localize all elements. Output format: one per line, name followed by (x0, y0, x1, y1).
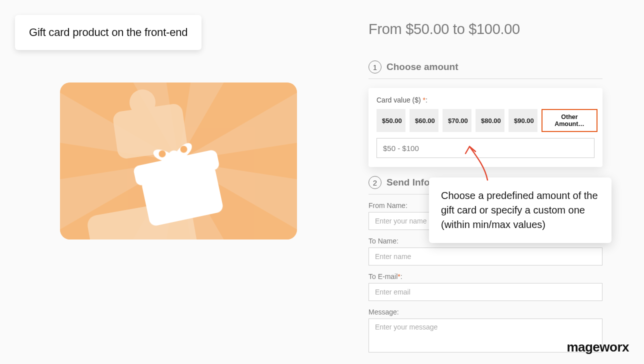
message-label: Message: (368, 308, 602, 316)
card-value-label: Card value ($) *: (376, 96, 594, 104)
divider (368, 78, 602, 79)
step-2-circle: 2 (368, 176, 382, 189)
amount-option-80[interactable]: $80.00 (476, 109, 504, 132)
giftcard-illustration (60, 82, 297, 240)
explain-callout: Choose a predefined amount of the gift c… (429, 178, 612, 243)
brand-logo: mageworx (566, 340, 629, 355)
amount-option-70[interactable]: $70.00 (442, 109, 472, 132)
to-email-label: To E-mail*: (368, 272, 602, 280)
amount-option-other[interactable]: Other Amount… (542, 109, 598, 132)
amount-option-60[interactable]: $60.00 (410, 109, 438, 132)
amount-option-90[interactable]: $90.00 (508, 109, 538, 132)
custom-amount-input[interactable] (376, 138, 594, 158)
giftcard-image (60, 82, 297, 240)
to-name-input[interactable] (368, 248, 602, 266)
card-value-panel: Card value ($) *: $50.00 $60.00 $70.00 $… (368, 88, 602, 167)
step-1-circle: 1 (368, 60, 382, 74)
explain-callout-text: Choose a predefined amount of the gift c… (441, 190, 598, 230)
to-email-input[interactable] (368, 283, 602, 301)
title-callout-text: Gift card product on the front-end (29, 26, 188, 38)
step-choose-amount-header: 1 Choose amount (368, 60, 602, 74)
svg-point-15 (130, 90, 156, 116)
price-range: From $50.00 to $100.00 (368, 21, 602, 38)
to-email-field: To E-mail*: (368, 272, 602, 301)
amount-options-row: $50.00 $60.00 $70.00 $80.00 $90.00 Other… (376, 109, 594, 132)
title-callout: Gift card product on the front-end (15, 15, 202, 50)
step-1-title: Choose amount (386, 62, 458, 72)
amount-option-50[interactable]: $50.00 (376, 109, 406, 132)
